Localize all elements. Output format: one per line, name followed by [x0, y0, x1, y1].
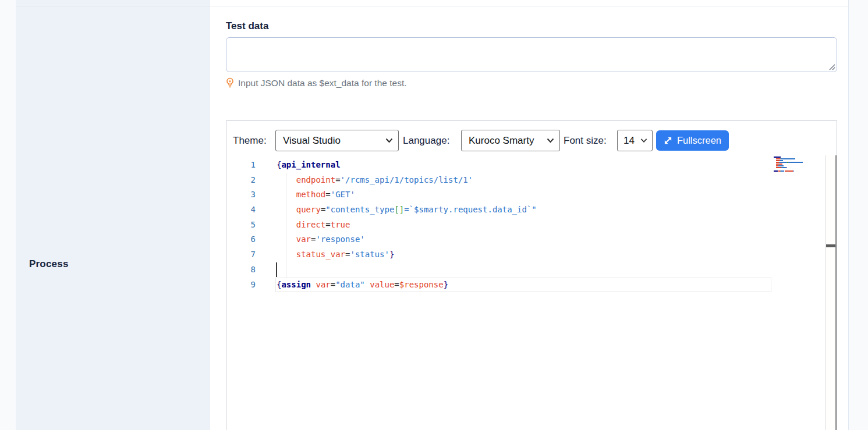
form-label-column: Process	[16, 0, 210, 430]
test-data-hint-row: Input JSON data as $ext_data for the tes…	[226, 77, 407, 88]
theme-select[interactable]: Visual Studio	[275, 130, 399, 151]
editor-scrollbar[interactable]	[826, 155, 837, 430]
language-label: Language:	[403, 130, 449, 151]
theme-select-value: Visual Studio	[283, 135, 341, 147]
process-form-row: Process Test data Input JSON data as $ex…	[0, 0, 868, 430]
chevron-down-icon	[640, 138, 647, 143]
text-cursor	[276, 262, 277, 277]
form-content-column: Test data Input JSON data as $ext_data f…	[210, 0, 849, 430]
language-select[interactable]: Kuroco Smarty	[461, 130, 560, 151]
chevron-down-icon	[547, 138, 554, 143]
fullscreen-button-label: Fullscreen	[677, 135, 721, 146]
language-select-value: Kuroco Smarty	[469, 135, 534, 147]
field-label-process: Process	[29, 258, 69, 270]
theme-label: Theme:	[233, 130, 267, 151]
row-divider	[16, 6, 849, 6]
test-data-textarea[interactable]	[226, 37, 837, 72]
lightbulb-icon	[226, 77, 234, 88]
test-data-hint: Input JSON data as $ext_data for the tes…	[238, 78, 407, 88]
resize-handle-icon[interactable]	[829, 64, 835, 70]
fullscreen-expand-icon	[664, 136, 672, 145]
font-size-select-value: 14	[623, 135, 635, 147]
fullscreen-button[interactable]: Fullscreen	[656, 130, 729, 151]
chevron-down-icon	[385, 138, 393, 143]
scrollbar-thumb[interactable]	[826, 244, 835, 247]
gutter[interactable]: 123456789	[226, 158, 256, 292]
font-size-label: Font size:	[564, 130, 607, 151]
code-lines[interactable]: {api_internal endpoint='/rcms_api/1/topi…	[277, 158, 537, 292]
test-data-field-wrap	[226, 37, 837, 72]
test-data-label: Test data	[226, 20, 268, 32]
font-size-select[interactable]: 14	[617, 130, 653, 151]
code-editor: Theme: Visual Studio Language: Kuroco Sm…	[226, 120, 837, 430]
minimap	[774, 157, 810, 172]
